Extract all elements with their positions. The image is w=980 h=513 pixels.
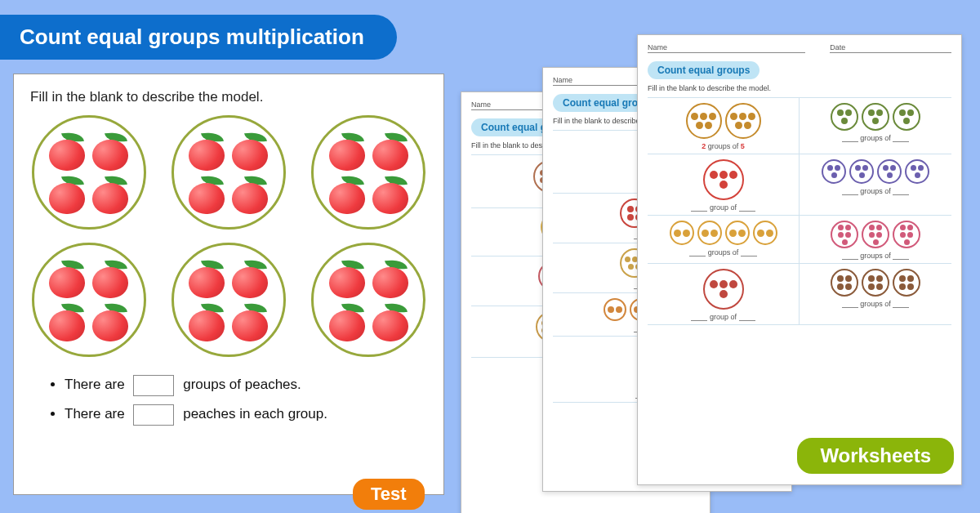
worksheet-cell: 2 groups of 5 xyxy=(648,98,800,154)
peach-icon xyxy=(47,302,87,341)
text: There are xyxy=(65,377,125,392)
group-circle xyxy=(311,115,425,230)
worksheet-cell: groups of xyxy=(648,216,800,264)
peach-icon xyxy=(371,175,410,214)
front-grid: 2 groups of 5 groups of group of groups … xyxy=(648,97,951,325)
worksheet-cell: groups of xyxy=(800,98,951,154)
peach-icon xyxy=(187,175,226,214)
worksheet-cell: groups of xyxy=(800,154,951,216)
group-circle xyxy=(172,243,286,357)
peach-icon xyxy=(187,302,226,341)
worksheet-cell: groups of xyxy=(800,264,951,325)
text: There are xyxy=(65,406,125,422)
peach-icon xyxy=(91,175,130,214)
peach-icon xyxy=(230,259,270,298)
worksheets-badge[interactable]: Worksheets xyxy=(797,438,954,474)
text: peaches in each group. xyxy=(183,406,327,422)
peach-icon xyxy=(47,259,87,298)
group-circle xyxy=(172,115,286,230)
peach-icon xyxy=(371,302,410,341)
date-field: Date xyxy=(830,43,951,53)
group-circle xyxy=(32,115,146,230)
text: groups of peaches. xyxy=(183,377,301,392)
peach-icon xyxy=(327,132,367,171)
test-badge[interactable]: Test xyxy=(353,479,425,510)
peach-icon xyxy=(47,132,87,171)
peach-icon xyxy=(47,175,87,214)
test-card: Fill in the blank to describe the model.… xyxy=(13,74,444,495)
answer-line-1: There are groups of peaches. xyxy=(65,375,427,396)
group-circle xyxy=(311,243,425,357)
peach-icon xyxy=(230,302,270,341)
worksheet-cell: group of xyxy=(648,154,800,216)
peach-icon xyxy=(230,175,270,214)
test-instruction: Fill in the blank to describe the model. xyxy=(30,89,427,105)
answer-line-2: There are peaches in each group. xyxy=(65,404,427,426)
answer-list: There are groups of peaches. There are p… xyxy=(30,375,427,426)
peach-icon xyxy=(187,132,226,171)
peach-icon xyxy=(327,302,367,341)
worksheet-cell: group of xyxy=(648,264,800,325)
peach-icon xyxy=(327,259,367,298)
peach-icon xyxy=(371,132,410,171)
sheet-instruction: Fill in the blank to describe the model. xyxy=(648,84,951,92)
peach-icon xyxy=(371,259,410,298)
blank-input-groups[interactable] xyxy=(133,375,174,396)
peach-icon xyxy=(91,132,130,171)
worksheet-front: Name Date Count equal groups Fill in the… xyxy=(637,34,962,485)
peach-icon xyxy=(327,175,367,214)
worksheet-cell: groups of xyxy=(800,216,951,264)
peach-icon xyxy=(187,259,226,298)
group-circle xyxy=(32,243,146,357)
name-field: Name xyxy=(648,43,805,53)
peach-icon xyxy=(230,132,270,171)
blank-input-per-group[interactable] xyxy=(133,404,174,426)
model-groups xyxy=(30,115,427,357)
peach-icon xyxy=(91,302,130,341)
peach-icon xyxy=(91,259,130,298)
page-title: Count equal groups multiplication xyxy=(0,15,397,60)
sheet-title: Count equal groups xyxy=(648,61,760,79)
